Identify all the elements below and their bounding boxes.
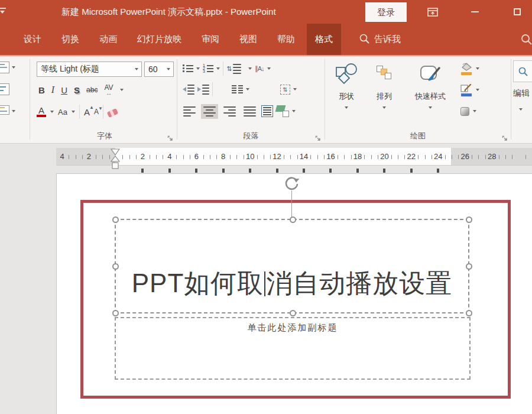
chevron-down-icon[interactable] bbox=[293, 88, 297, 90]
eraser-icon[interactable] bbox=[107, 108, 119, 118]
chevron-down-icon[interactable] bbox=[267, 67, 271, 70]
tab-view[interactable]: 视图 bbox=[231, 24, 265, 55]
reset-slide-icon[interactable] bbox=[0, 83, 15, 96]
italic-button[interactable]: I bbox=[51, 85, 54, 95]
align-center-icon[interactable] bbox=[201, 104, 218, 119]
ruler-tab-stop[interactable] bbox=[303, 169, 305, 173]
maximize-icon[interactable] bbox=[507, 0, 527, 24]
line-spacing-icon[interactable]: ⇅ bbox=[226, 64, 245, 74]
smartart-icon[interactable] bbox=[276, 105, 289, 117]
tab-design[interactable]: 设计 bbox=[15, 24, 50, 55]
chevron-down-icon[interactable] bbox=[292, 110, 296, 112]
rotation-handle-icon[interactable] bbox=[284, 175, 300, 191]
selection-handle[interactable] bbox=[112, 216, 119, 223]
text-direction-icon[interactable]: ∥A↓ bbox=[255, 65, 264, 73]
columns-icon[interactable] bbox=[232, 85, 243, 93]
ruler-tab-stop[interactable] bbox=[276, 169, 278, 173]
align-left-icon[interactable] bbox=[181, 104, 198, 119]
tab-slideshow[interactable]: 幻灯片放映 bbox=[129, 24, 190, 55]
tab-format[interactable]: 格式 bbox=[307, 24, 341, 55]
text-shadow-button[interactable]: S bbox=[74, 85, 80, 95]
ruler-tab-stop[interactable] bbox=[329, 169, 332, 173]
ruler-tab-stop[interactable] bbox=[383, 169, 385, 173]
change-case-button[interactable]: Aa bbox=[58, 108, 67, 117]
font-size-combobox[interactable]: 60 bbox=[144, 62, 174, 77]
ruler-tab-stop[interactable] bbox=[141, 169, 144, 173]
distribute-icon[interactable]: ↔ bbox=[261, 105, 273, 117]
decrease-font-size-button[interactable]: A▼ bbox=[94, 108, 99, 116]
ruler-tab-stop[interactable] bbox=[437, 169, 439, 173]
align-right-icon[interactable] bbox=[221, 104, 238, 119]
chevron-down-icon[interactable] bbox=[72, 111, 75, 113]
ruler-tab-stop[interactable] bbox=[356, 169, 359, 173]
decrease-indent-icon[interactable] bbox=[183, 85, 194, 95]
chevron-down-icon[interactable] bbox=[167, 68, 170, 70]
horizontal-ruler[interactable]: 42246810121416182022242628 bbox=[56, 148, 532, 166]
ruler-tick bbox=[257, 155, 258, 159]
shape-outline-button[interactable] bbox=[460, 79, 502, 101]
chevron-down-icon[interactable] bbox=[216, 67, 220, 70]
justify-icon[interactable] bbox=[241, 104, 258, 119]
ruler-tab-stop[interactable] bbox=[222, 169, 225, 173]
tab-review[interactable]: 审阅 bbox=[193, 24, 228, 55]
ruler-tab-stop[interactable] bbox=[195, 169, 197, 173]
chevron-down-icon[interactable] bbox=[519, 108, 523, 111]
chevron-down-icon[interactable] bbox=[246, 88, 249, 90]
search-icon[interactable] bbox=[520, 33, 532, 46]
drawing-group: 形状 排列 bbox=[325, 56, 511, 144]
font-color-button[interactable]: A bbox=[37, 106, 46, 117]
bold-button[interactable]: B bbox=[38, 85, 45, 95]
chevron-down-icon[interactable] bbox=[120, 89, 124, 91]
selection-handle[interactable] bbox=[290, 310, 296, 316]
character-spacing-button[interactable]: AV ↔ bbox=[104, 85, 113, 95]
tab-help[interactable]: 帮助 bbox=[269, 24, 303, 55]
section-icon[interactable] bbox=[0, 105, 15, 118]
minimize-icon[interactable] bbox=[465, 0, 485, 24]
ruler-tab-stop[interactable] bbox=[249, 169, 251, 173]
tab-animations[interactable]: 动画 bbox=[91, 24, 125, 55]
shapes-button[interactable]: 形状 bbox=[329, 59, 364, 127]
quick-access-chevron-icon[interactable] bbox=[0, 8, 7, 16]
quick-styles-button[interactable]: 快速样式 bbox=[404, 59, 457, 127]
strikethrough-button[interactable]: abc bbox=[86, 86, 98, 94]
font-name-combobox[interactable]: 等线 Light (标题 bbox=[37, 62, 142, 77]
ruler-tick bbox=[485, 155, 486, 159]
slide[interactable]: PPT如何取 消自动播放设置 单击此处添加副标题 bbox=[56, 173, 532, 414]
numbering-icon[interactable]: 1 2 3 bbox=[203, 64, 213, 73]
dialog-launcher-icon[interactable] bbox=[315, 134, 322, 140]
shape-effects-button[interactable] bbox=[460, 101, 502, 122]
dialog-launcher-icon[interactable] bbox=[502, 134, 508, 140]
increase-indent-icon[interactable] bbox=[197, 85, 209, 95]
chevron-down-icon[interactable] bbox=[248, 67, 252, 70]
title-placeholder[interactable]: PPT如何取 消自动播放设置 bbox=[115, 219, 469, 313]
selection-handle[interactable] bbox=[466, 216, 472, 223]
tell-me-box[interactable]: 告诉我 bbox=[354, 24, 406, 55]
increase-font-size-button[interactable]: A▲ bbox=[84, 107, 90, 117]
underline-button[interactable]: U bbox=[61, 85, 67, 95]
chevron-down-icon[interactable] bbox=[476, 67, 479, 70]
selection-handle[interactable] bbox=[290, 216, 296, 223]
ruler-tab-stop[interactable] bbox=[410, 169, 413, 173]
dialog-launcher-icon[interactable] bbox=[167, 134, 174, 140]
chevron-down-icon[interactable] bbox=[473, 110, 476, 112]
ruler-tick bbox=[478, 155, 479, 159]
bullets-icon[interactable] bbox=[183, 64, 193, 73]
layout-icon[interactable] bbox=[0, 62, 15, 75]
chevron-down-icon[interactable] bbox=[196, 67, 200, 70]
selection-handle[interactable] bbox=[112, 310, 119, 316]
selection-handle[interactable] bbox=[466, 310, 472, 316]
arrange-button[interactable]: 排列 bbox=[367, 59, 401, 127]
ruler-tick bbox=[324, 155, 325, 159]
chevron-down-icon[interactable] bbox=[50, 111, 54, 113]
slide-title-text[interactable]: PPT如何取 消自动播放设置 bbox=[116, 266, 468, 301]
find-button[interactable] bbox=[513, 60, 532, 82]
sign-in-button[interactable]: 登录 bbox=[365, 2, 407, 22]
align-text-icon[interactable]: ⇅ bbox=[280, 85, 290, 95]
ribbon-display-options-icon[interactable] bbox=[423, 0, 443, 24]
chevron-down-icon[interactable] bbox=[135, 68, 138, 70]
chevron-down-icon[interactable] bbox=[476, 89, 479, 91]
subtitle-placeholder[interactable]: 单击此处添加副标题 bbox=[115, 317, 471, 380]
tab-transitions[interactable]: 切换 bbox=[53, 24, 87, 55]
shape-fill-button[interactable] bbox=[460, 58, 502, 79]
ruler-tab-stop[interactable] bbox=[168, 169, 171, 173]
